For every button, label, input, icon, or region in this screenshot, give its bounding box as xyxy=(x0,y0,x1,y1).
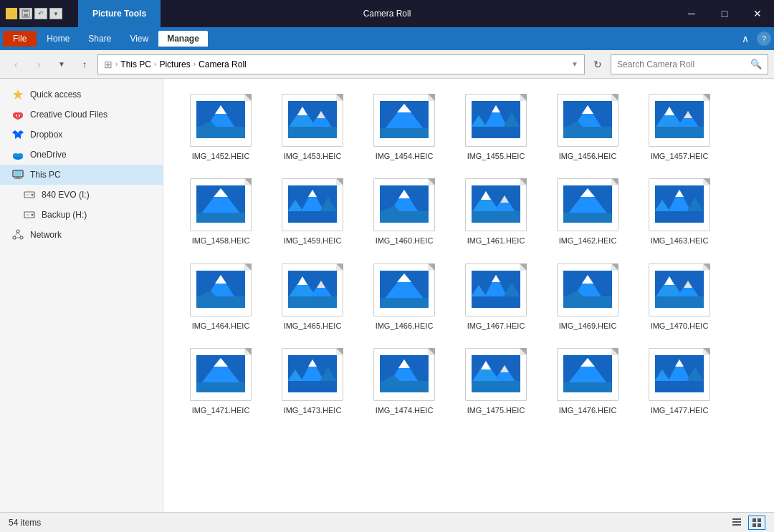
sidebar-item-this-pc[interactable]: This PC xyxy=(0,165,163,185)
forward-button[interactable]: › xyxy=(29,54,49,74)
file-name: IMG_1466.HEIC xyxy=(376,321,434,331)
file-item[interactable]: IMG_1454.HEIC xyxy=(361,87,447,166)
path-dropdown-icon[interactable]: ▼ xyxy=(571,60,578,68)
search-icon[interactable]: 🔍 xyxy=(750,59,762,69)
file-thumbnail xyxy=(186,347,255,402)
icons-view-button[interactable] xyxy=(748,516,765,530)
tab-home[interactable]: Home xyxy=(38,31,78,47)
file-thumbnail xyxy=(462,92,530,148)
sidebar-label-quick-access: Quick access xyxy=(30,90,81,100)
ribbon-collapse-button[interactable]: ∧ xyxy=(737,30,754,47)
help-button[interactable]: ? xyxy=(757,32,771,46)
svg-rect-159 xyxy=(732,524,741,526)
path-this-pc[interactable]: This PC xyxy=(120,59,151,69)
path-pictures[interactable]: Pictures xyxy=(159,59,190,69)
search-input[interactable] xyxy=(617,59,747,69)
svg-point-14 xyxy=(17,153,23,158)
window-title: Camera Roll xyxy=(363,9,411,19)
file-item[interactable]: IMG_1475.HEIC xyxy=(453,342,539,420)
file-item[interactable]: IMG_1452.HEIC xyxy=(178,87,264,166)
svg-rect-158 xyxy=(732,521,741,523)
sidebar-item-quick-access[interactable]: Quick access xyxy=(0,84,163,105)
file-item[interactable]: IMG_1463.HEIC xyxy=(636,172,722,251)
file-thumbnail xyxy=(370,177,439,233)
qab-save[interactable] xyxy=(19,8,32,19)
drive-icon-840evo xyxy=(23,188,36,201)
svg-rect-51 xyxy=(472,127,520,138)
creative-cloud-icon xyxy=(11,108,24,121)
qab-undo[interactable]: ↶ xyxy=(34,8,47,19)
file-item[interactable]: IMG_1469.HEIC xyxy=(545,257,631,336)
file-thumbnail xyxy=(186,177,255,233)
file-name: IMG_1465.HEIC xyxy=(284,321,342,331)
item-count: 54 items xyxy=(9,518,41,528)
file-grid-container[interactable]: IMG_1452.HEIC IMG_1453.HEIC IMG_1454.HEI… xyxy=(163,79,774,512)
file-name: IMG_1457.HEIC xyxy=(651,151,709,161)
svg-rect-146 xyxy=(472,381,520,392)
file-item[interactable]: IMG_1473.HEIC xyxy=(269,342,355,420)
file-item[interactable]: IMG_1466.HEIC xyxy=(361,257,447,336)
sidebar-item-backup[interactable]: Backup (H:) xyxy=(0,205,163,225)
file-item[interactable]: IMG_1476.HEIC xyxy=(545,342,631,420)
picture-tools-tab[interactable]: Picture Tools xyxy=(78,0,161,27)
file-name: IMG_1463.HEIC xyxy=(651,236,709,246)
sidebar-item-creative-cloud[interactable]: Creative Cloud Files xyxy=(0,105,163,125)
tab-manage[interactable]: Manage xyxy=(158,31,208,47)
file-item[interactable]: IMG_1457.HEIC xyxy=(636,87,722,166)
up-button[interactable]: ↑ xyxy=(75,54,95,74)
sidebar-item-network[interactable]: Network xyxy=(0,225,163,245)
tab-view[interactable]: View xyxy=(121,31,157,47)
file-item[interactable]: IMG_1462.HEIC xyxy=(545,172,631,251)
svg-line-28 xyxy=(14,233,18,236)
file-item[interactable]: IMG_1471.HEIC xyxy=(178,342,264,420)
qab-dropdown[interactable]: ▼ xyxy=(49,8,62,19)
sidebar-item-onedrive[interactable]: OneDrive xyxy=(0,145,163,165)
file-item[interactable]: IMG_1470.HEIC xyxy=(636,257,722,336)
file-item[interactable]: IMG_1459.HEIC xyxy=(269,172,355,251)
file-thumbnail xyxy=(645,262,714,318)
svg-rect-157 xyxy=(732,518,741,520)
file-thumbnail xyxy=(553,177,622,233)
file-thumbnail xyxy=(645,92,714,148)
address-path[interactable]: ⊞ › This PC › Pictures › Camera Roll ▼ xyxy=(97,54,585,74)
svg-rect-72 xyxy=(288,211,337,223)
file-item[interactable]: IMG_1453.HEIC xyxy=(269,87,355,166)
app-icon xyxy=(6,8,17,19)
file-thumbnail xyxy=(186,262,255,318)
back-button[interactable]: ‹ xyxy=(6,54,26,74)
file-name: IMG_1467.HEIC xyxy=(467,321,525,331)
tab-file[interactable]: File xyxy=(3,31,37,47)
sidebar-label-onedrive: OneDrive xyxy=(30,150,67,160)
tab-share[interactable]: Share xyxy=(80,31,120,47)
recent-dropdown-button[interactable]: ▼ xyxy=(52,54,72,74)
view-controls xyxy=(728,516,765,530)
star-icon xyxy=(11,88,24,101)
file-item[interactable]: IMG_1456.HEIC xyxy=(545,87,631,166)
close-button[interactable]: ✕ xyxy=(741,0,774,27)
svg-rect-77 xyxy=(380,211,429,223)
file-item[interactable]: IMG_1474.HEIC xyxy=(361,342,447,420)
path-camera-roll[interactable]: Camera Roll xyxy=(199,59,247,69)
file-item[interactable]: IMG_1465.HEIC xyxy=(269,257,355,336)
file-grid: IMG_1452.HEIC IMG_1453.HEIC IMG_1454.HEI… xyxy=(175,84,768,423)
file-item[interactable]: IMG_1467.HEIC xyxy=(453,257,539,336)
file-item[interactable]: IMG_1455.HEIC xyxy=(453,87,539,166)
sidebar-item-dropbox[interactable]: Dropbox xyxy=(0,125,163,145)
svg-rect-83 xyxy=(472,211,520,223)
svg-rect-41 xyxy=(288,127,337,138)
minimize-button[interactable]: ─ xyxy=(675,0,708,27)
file-item[interactable]: IMG_1461.HEIC xyxy=(453,172,539,251)
sidebar-item-840evo[interactable]: 840 EVO (I:) xyxy=(0,185,163,205)
file-thumbnail xyxy=(462,347,530,402)
file-name: IMG_1476.HEIC xyxy=(559,405,617,415)
maximize-button[interactable]: □ xyxy=(708,0,741,27)
file-item[interactable]: IMG_1458.HEIC xyxy=(178,172,264,251)
address-bar: ‹ › ▼ ↑ ⊞ › This PC › Pictures › Camera … xyxy=(0,50,774,79)
refresh-button[interactable]: ↻ xyxy=(588,54,608,74)
file-item[interactable]: IMG_1477.HEIC xyxy=(636,342,722,420)
file-thumbnail xyxy=(553,92,622,148)
file-item[interactable]: IMG_1460.HEIC xyxy=(361,172,447,251)
file-item[interactable]: IMG_1464.HEIC xyxy=(178,257,264,336)
svg-rect-17 xyxy=(16,177,20,178)
details-view-button[interactable] xyxy=(728,516,745,530)
